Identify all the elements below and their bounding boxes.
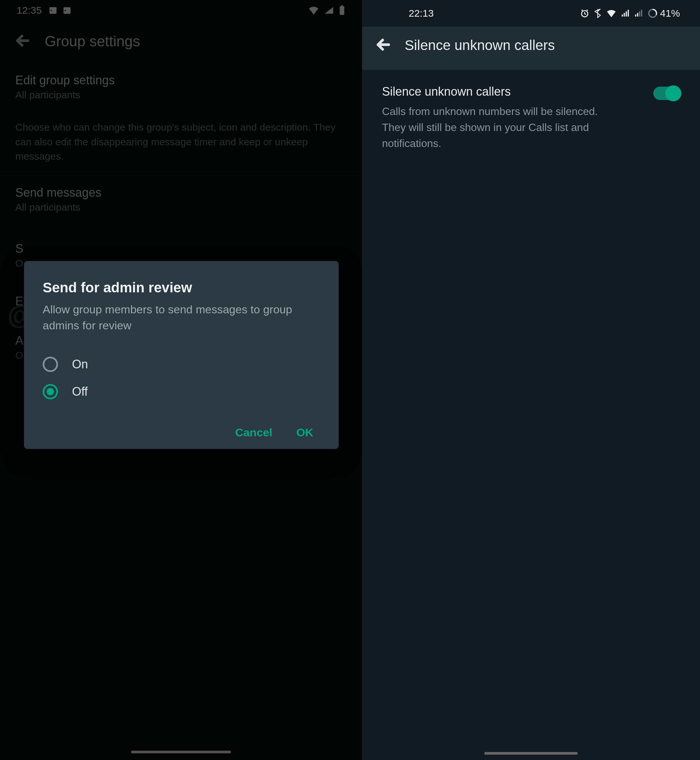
battery-circle-icon <box>648 9 657 18</box>
back-icon[interactable] <box>15 33 31 50</box>
radio-label: On <box>72 357 88 371</box>
setting-edit-group[interactable]: Edit group settings All participants <box>0 63 362 113</box>
setting-subtitle: All participants <box>15 202 347 213</box>
svg-rect-3 <box>64 7 71 14</box>
cancel-button[interactable]: Cancel <box>235 426 273 439</box>
signal-icon <box>635 9 643 17</box>
radio-option-on[interactable]: On <box>43 351 320 378</box>
setting-description: Calls from unknown numbers will be silen… <box>382 103 622 151</box>
dialog-title: Send for admin review <box>43 280 320 296</box>
app-bar: Silence unknown callers <box>362 27 700 70</box>
radio-icon <box>43 384 58 399</box>
dialog-description: Allow group members to send messages to … <box>43 302 316 333</box>
svg-rect-2 <box>51 10 52 11</box>
svg-rect-13 <box>637 13 638 17</box>
svg-rect-6 <box>341 5 343 7</box>
gesture-bar <box>131 751 231 753</box>
signal-icon <box>324 6 334 15</box>
radio-label: Off <box>72 385 88 399</box>
back-icon[interactable] <box>375 37 391 54</box>
svg-rect-12 <box>635 15 636 17</box>
dialog-admin-review: Send for admin review Allow group member… <box>24 261 339 449</box>
svg-rect-1 <box>50 7 57 9</box>
svg-rect-8 <box>622 15 623 17</box>
ok-button[interactable]: OK <box>296 426 313 439</box>
setting-title: Silence unknown callers <box>382 84 640 99</box>
screenshot-silence-unknown: 22:13 41% <box>362 0 700 760</box>
wifi-icon <box>308 6 319 15</box>
alarm-icon <box>580 9 589 18</box>
app-bar: Group settings <box>0 21 362 63</box>
svg-rect-15 <box>641 10 642 16</box>
page-title: Group settings <box>45 33 140 50</box>
status-time: 22:13 <box>409 8 434 19</box>
screenshot-group-settings: 12:35 Group settings <box>0 0 362 760</box>
setting-subtitle: All participants <box>15 89 347 101</box>
battery-icon <box>339 5 345 15</box>
status-time: 12:35 <box>17 5 42 16</box>
setting-title: Send messages <box>15 186 347 200</box>
radio-option-off[interactable]: Off <box>43 378 320 405</box>
calendar-icon <box>48 6 58 15</box>
battery-percent: 41% <box>660 8 680 19</box>
setting-description: Choose who can change this group's subje… <box>0 113 362 176</box>
status-bar: 12:35 <box>0 0 362 21</box>
switch-knob <box>665 85 681 101</box>
svg-rect-14 <box>639 11 640 17</box>
radio-icon <box>43 357 58 372</box>
svg-rect-4 <box>65 10 66 11</box>
calendar-icon <box>62 6 72 15</box>
svg-rect-10 <box>626 11 627 17</box>
setting-title: Edit group settings <box>15 73 347 88</box>
bluetooth-icon <box>594 9 602 18</box>
status-bar: 22:13 41% <box>362 0 700 27</box>
signal-icon <box>621 9 630 17</box>
setting-send-messages[interactable]: Send messages All participants <box>0 176 362 213</box>
setting-silence-unknown[interactable]: Silence unknown callers Calls from unkno… <box>382 84 680 151</box>
gesture-bar <box>484 752 578 755</box>
svg-rect-5 <box>340 6 344 15</box>
toggle-switch[interactable] <box>653 87 680 100</box>
page-title: Silence unknown callers <box>405 38 555 53</box>
wifi-icon <box>606 9 617 18</box>
svg-rect-9 <box>623 13 625 17</box>
svg-rect-11 <box>628 10 629 16</box>
